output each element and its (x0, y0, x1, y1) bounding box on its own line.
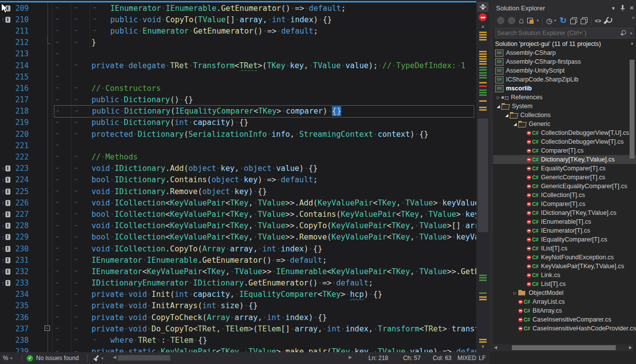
code-line-218[interactable]: 218→→public·Dictionary(IEqualityComparer… (0, 106, 476, 117)
tree-item-dictionary-tkey-tvalue-cs[interactable]: C#Dictionary[TKey,TValue].cs (493, 155, 636, 164)
line-number[interactable]: 227 (14, 210, 31, 219)
override-indicator-icon[interactable]: ↑I (0, 257, 14, 263)
tree-item-bitarray-cs[interactable]: C#BitArray.cs (493, 306, 636, 315)
outlining-margin[interactable] (44, 163, 51, 174)
outlining-margin[interactable] (44, 243, 51, 254)
code-line-215[interactable]: 215→ (0, 71, 476, 82)
outlining-margin[interactable] (44, 151, 51, 162)
home-button[interactable]: ⌂ (519, 16, 524, 26)
code-line-223[interactable]: ↑I223→→void·IDictionary.Add(object·key,·… (0, 163, 476, 174)
pending-changes-filter-button[interactable]: ◷ ▾ (546, 16, 556, 26)
line-number[interactable]: 239 (14, 347, 31, 352)
tree-item-references[interactable]: ▷References (493, 93, 636, 102)
code-line-234[interactable]: 234→→private·void·Init(int·capacity,·IEq… (0, 289, 476, 300)
tree-item-keynotfoundexception-cs[interactable]: C#KeyNotFoundException.cs (493, 253, 636, 262)
tree-item-link-cs[interactable]: C#Link.cs (493, 271, 636, 280)
tree-item-collections[interactable]: ◢Collections (493, 111, 636, 120)
outlining-margin[interactable] (44, 334, 51, 346)
code-content[interactable]: →→public·Dictionary()·{} (54, 94, 476, 106)
outlining-margin[interactable] (44, 25, 51, 37)
tree-item-collectiondebuggerview-t-u-cs[interactable]: C#CollectionDebuggerView[T,U].cs (493, 128, 636, 137)
code-content[interactable]: →→bool·IDictionary.Contains(object·key)·… (54, 174, 476, 186)
solution-explorer-search[interactable]: ▾ (495, 28, 635, 39)
chevron-down-icon[interactable]: ▾ (630, 31, 632, 36)
tree-horizontal-scrollbar[interactable]: ◀ ▶ (493, 344, 633, 351)
outlining-margin[interactable] (44, 289, 51, 300)
code-line-209[interactable]: ↑I209→→→IEnumerator·IEnumerable.GetEnume… (0, 2, 476, 14)
code-content[interactable]: →→→IEnumerator·IEnumerable.GetEnumerator… (54, 2, 476, 14)
code-line-211[interactable]: 211→→→public·Enumerator·GetEnumerator()·… (0, 25, 476, 37)
override-indicator-icon[interactable]: ↑I (0, 165, 14, 172)
override-indicator-icon[interactable]: ↑I (0, 223, 14, 229)
line-number[interactable]: 209 (14, 4, 31, 13)
override-indicator-icon[interactable]: ↑I (0, 16, 14, 23)
override-indicator-icon[interactable]: ↑I (0, 188, 14, 195)
tree-item-icsharpcode-sharpziplib[interactable]: C#ICSharpCode.SharpZipLib (493, 75, 636, 84)
code-line-210[interactable]: ↑I210→→→public·void·CopyTo(TValue[]·arra… (0, 14, 476, 25)
outlining-margin[interactable]: − (44, 323, 51, 334)
line-number[interactable]: 218 (14, 107, 31, 116)
outlining-margin[interactable] (44, 346, 51, 352)
line-number[interactable]: 215 (14, 73, 31, 81)
line-number[interactable]: 230 (14, 244, 31, 253)
outlining-margin[interactable] (44, 117, 51, 128)
document-health-indicator[interactable]: ✓ No issues found (27, 352, 79, 364)
tree-item-ienumerator-t-cs[interactable]: C#IEnumerator[T].cs (493, 226, 636, 235)
override-indicator-icon[interactable]: ↑I (0, 200, 14, 206)
outlining-margin[interactable] (44, 60, 51, 71)
line-number[interactable]: 219 (14, 118, 31, 127)
tree-item-collectiondebuggerview-t-cs[interactable]: C#CollectionDebuggerView[T].cs (493, 137, 636, 146)
outlining-margin[interactable] (44, 71, 51, 82)
code-editor[interactable]: ↑I209→→→IEnumerator·IEnumerable.GetEnume… (0, 0, 476, 352)
tree-item-assembly-csharp[interactable]: C#Assembly-CSharp (493, 48, 636, 57)
outlining-margin[interactable] (44, 232, 51, 243)
code-line-233[interactable]: ↑I233→→IDictionaryEnumerator·IDictionary… (0, 278, 476, 289)
line-number[interactable]: 222 (14, 153, 31, 162)
override-indicator-icon[interactable]: ↑I (0, 234, 14, 241)
solution-explorer-titlebar[interactable]: Solution Explorer ▼ ✕ (493, 2, 636, 14)
line-number[interactable]: 238 (14, 336, 31, 345)
code-content[interactable]: →→private·void·CopyToCheck(Array·array,·… (54, 312, 476, 323)
outlining-margin[interactable] (44, 82, 51, 94)
tree-item-arraylist-cs[interactable]: C#ArrayList.cs (493, 297, 636, 306)
line-number[interactable]: 210 (14, 15, 31, 24)
collapsed-chevron-icon[interactable]: ▷ (512, 291, 518, 295)
code-line-216[interactable]: 216→→//·Constructors (0, 82, 476, 94)
line-number[interactable]: 213 (14, 49, 31, 58)
outlining-margin[interactable] (44, 312, 51, 323)
outlining-margin[interactable] (44, 140, 51, 151)
line-number[interactable]: 232 (14, 267, 31, 276)
line-number[interactable]: 226 (14, 199, 31, 207)
outlining-margin[interactable] (44, 37, 51, 48)
code-line-227[interactable]: ↑I227→→bool·ICollection<KeyValuePair<TKe… (0, 208, 476, 220)
line-number[interactable]: 235 (14, 301, 31, 310)
code-line-231[interactable]: ↑I231→→IEnumerator·IEnumerable.GetEnumer… (0, 254, 476, 266)
collapsed-chevron-icon[interactable]: ▷ (495, 95, 501, 100)
editor-hscroll-thumb[interactable] (118, 355, 170, 361)
line-number[interactable]: 237 (14, 324, 31, 333)
tree-item-genericequalitycomparer-t-cs[interactable]: C#GenericEqualityComparer[T].cs (493, 182, 636, 191)
scroll-up-icon[interactable]: ▲ (476, 24, 490, 29)
tree-item-assembly-unityscript[interactable]: C#Assembly-UnityScript (493, 66, 636, 75)
code-content[interactable]: →→→where·TRet·:·TElem·{} (54, 334, 476, 346)
code-content[interactable]: →→IEnumerator·IEnumerable.GetEnumerator(… (54, 254, 476, 266)
line-number[interactable]: 224 (14, 175, 31, 184)
tree-vertical-scrollbar[interactable]: ▲ (629, 41, 636, 298)
outlining-margin[interactable] (44, 106, 51, 117)
tree-item-iequalitycomparer-t-cs[interactable]: C#IEqualityComparer[T].cs (493, 235, 636, 244)
code-line-239[interactable]: 239→→private·static·KeyValuePair<TKey,·T… (0, 346, 476, 352)
line-number[interactable]: 216 (14, 84, 31, 93)
search-input[interactable] (495, 29, 620, 37)
tree-item-generic[interactable]: ◢Generic (493, 120, 636, 128)
outlining-margin[interactable] (44, 208, 51, 220)
code-line-230[interactable]: ↑I230→→void·ICollection.CopyTo(Array·arr… (0, 243, 476, 254)
expanded-chevron-icon[interactable]: ◢ (512, 122, 518, 126)
editor-vscroll-thumb[interactable] (478, 119, 488, 232)
code-cleanup-button[interactable]: ▾ (93, 352, 103, 364)
code-content[interactable]: →→public·Dictionary(IEqualityComparer<TK… (54, 105, 474, 118)
code-line-229[interactable]: ↑I229→→bool·ICollection<KeyValuePair<TKe… (0, 232, 476, 243)
code-content[interactable]: →→private·static·KeyValuePair<TKey,·TVal… (54, 346, 476, 352)
tree-item-idictionary-tkey-tvalue-cs[interactable]: C#IDictionary[TKey,TValue].cs (493, 208, 636, 217)
code-line-237[interactable]: 237−→→private·void·Do_CopyTo<TRet,·TElem… (0, 323, 476, 334)
override-indicator-icon[interactable]: ↑I (0, 280, 14, 286)
